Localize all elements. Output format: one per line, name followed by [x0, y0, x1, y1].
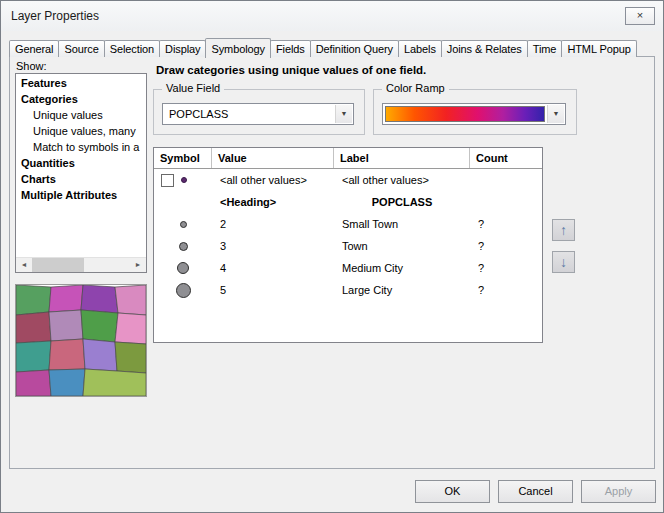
- tab-labels[interactable]: Labels: [398, 40, 442, 57]
- color-ramp-group: Color Ramp ▼: [373, 89, 577, 135]
- title-bar: Layer Properties ×: [1, 1, 663, 31]
- color-ramp-dropdown[interactable]: ▼: [382, 103, 566, 125]
- tree-horizontal-scrollbar[interactable]: ◄ ►: [16, 257, 146, 272]
- tree-item-match-symbols[interactable]: Match to symbols in a: [16, 139, 146, 155]
- layer-properties-dialog: Layer Properties × General Source Select…: [0, 0, 664, 513]
- row-label: Medium City: [334, 262, 470, 274]
- window-title: Layer Properties: [11, 9, 99, 23]
- unique-values-table: Symbol Value Label Count <all other valu…: [153, 147, 543, 343]
- tree-item-features[interactable]: Features: [16, 75, 146, 91]
- tab-selection[interactable]: Selection: [104, 40, 160, 57]
- col-header-count: Count: [470, 148, 542, 168]
- table-row[interactable]: 3 Town ?: [154, 235, 542, 257]
- page-description: Draw categories using unique values of o…: [156, 64, 426, 76]
- tree-item-quantities[interactable]: Quantities: [16, 155, 146, 171]
- tab-definition-query[interactable]: Definition Query: [310, 40, 399, 57]
- symbol-dot-icon: [180, 221, 187, 228]
- tab-source[interactable]: Source: [58, 40, 104, 57]
- show-label: Show:: [16, 60, 47, 72]
- color-ramp-gradient: [385, 106, 545, 122]
- table-header: Symbol Value Label Count: [154, 148, 542, 169]
- move-up-button[interactable]: ↑: [552, 219, 575, 241]
- row-value: <all other values>: [212, 174, 334, 186]
- scrollbar-track[interactable]: [32, 258, 130, 272]
- arrow-down-icon: ↓: [560, 254, 567, 270]
- scroll-left-icon[interactable]: ◄: [16, 258, 32, 272]
- row-value: 4: [212, 262, 334, 274]
- chevron-down-icon[interactable]: ▼: [547, 105, 564, 123]
- apply-button[interactable]: Apply: [581, 480, 656, 503]
- table-row[interactable]: 4 Medium City ?: [154, 257, 542, 279]
- tree-item-multiple-attributes[interactable]: Multiple Attributes: [16, 187, 146, 203]
- row-label: POPCLASS: [334, 196, 470, 208]
- move-down-button[interactable]: ↓: [552, 251, 575, 273]
- tree-item-unique-values[interactable]: Unique values: [16, 107, 146, 123]
- table-row[interactable]: <all other values> <all other values>: [154, 169, 542, 191]
- chevron-down-icon[interactable]: ▼: [335, 105, 352, 123]
- table-row[interactable]: <Heading> POPCLASS: [154, 191, 542, 213]
- tab-general[interactable]: General: [9, 40, 59, 57]
- tab-fields[interactable]: Fields: [270, 40, 311, 57]
- tab-time[interactable]: Time: [527, 40, 563, 57]
- tab-symbology[interactable]: Symbology: [205, 38, 271, 58]
- symbol-dot-icon: [181, 177, 187, 183]
- tab-joins-relates[interactable]: Joins & Relates: [441, 40, 528, 57]
- symbology-type-tree: Features Categories Unique values Unique…: [15, 73, 147, 273]
- value-field-dropdown[interactable]: POPCLASS ▼: [162, 103, 354, 125]
- tab-html-popup[interactable]: HTML Popup: [561, 40, 636, 57]
- value-field-selected: POPCLASS: [169, 108, 228, 120]
- tree-items: Features Categories Unique values Unique…: [16, 75, 146, 257]
- layer-preview-thumbnail: [15, 284, 147, 397]
- arrow-up-icon: ↑: [560, 222, 567, 238]
- close-icon[interactable]: ×: [625, 7, 655, 25]
- col-header-value: Value: [212, 148, 334, 168]
- row-count: ?: [470, 262, 542, 274]
- table-row[interactable]: 5 Large City ?: [154, 279, 542, 301]
- value-field-group: Value Field POPCLASS ▼: [153, 89, 365, 135]
- tab-strip: General Source Selection Display Symbolo…: [9, 37, 655, 57]
- row-label: Town: [334, 240, 470, 252]
- row-count: ?: [470, 240, 542, 252]
- row-label: Small Town: [334, 218, 470, 230]
- tree-item-categories[interactable]: Categories: [16, 91, 146, 107]
- row-label: Large City: [334, 284, 470, 296]
- symbol-dot-icon: [176, 283, 191, 298]
- row-value: 2: [212, 218, 334, 230]
- symbol-dot-icon: [177, 262, 189, 274]
- row-count: ?: [470, 284, 542, 296]
- col-header-label: Label: [334, 148, 470, 168]
- scroll-right-icon[interactable]: ►: [130, 258, 146, 272]
- row-count: ?: [470, 218, 542, 230]
- col-header-symbol: Symbol: [154, 148, 212, 168]
- row-value: <Heading>: [212, 196, 334, 208]
- tree-item-unique-values-many[interactable]: Unique values, many: [16, 123, 146, 139]
- tab-display[interactable]: Display: [159, 40, 206, 57]
- symbol-dot-icon: [179, 242, 188, 251]
- tree-item-charts[interactable]: Charts: [16, 171, 146, 187]
- table-row[interactable]: 2 Small Town ?: [154, 213, 542, 235]
- row-value: 5: [212, 284, 334, 296]
- cancel-button[interactable]: Cancel: [498, 480, 573, 503]
- map-preview-image: [16, 285, 146, 396]
- ok-button[interactable]: OK: [415, 480, 490, 503]
- all-other-values-checkbox[interactable]: [161, 174, 174, 187]
- value-field-label: Value Field: [162, 82, 224, 94]
- scrollbar-thumb[interactable]: [32, 258, 84, 272]
- row-value: 3: [212, 240, 334, 252]
- row-label: <all other values>: [334, 174, 470, 186]
- color-ramp-label: Color Ramp: [382, 82, 449, 94]
